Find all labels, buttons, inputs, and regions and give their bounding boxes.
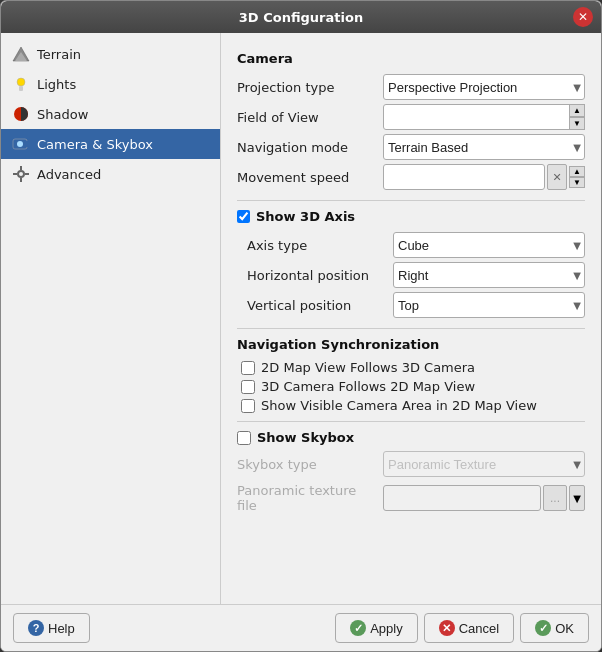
fov-spinner-btns: ▲ ▼ — [569, 104, 585, 130]
navigation-mode-select-wrap: Terrain Based Free Walk ▼ — [383, 134, 585, 160]
shadow-icon — [11, 104, 31, 124]
help-button[interactable]: ? Help — [13, 613, 90, 643]
panoramic-texture-control: ... ▼ — [383, 481, 585, 515]
apply-button[interactable]: ✓ Apply — [335, 613, 418, 643]
nav-sync-section: Navigation Synchronization 2D Map View F… — [237, 337, 585, 413]
skybox-type-control: Panoramic Texture ▼ — [383, 451, 585, 477]
nav-sync-option3-label: Show Visible Camera Area in 2D Map View — [261, 398, 537, 413]
nav-sync-option1-checkbox[interactable] — [241, 361, 255, 375]
fov-spinner-down[interactable]: ▼ — [569, 117, 585, 130]
axis-form-grid: Axis type Cube Arrows ▼ Horizontal posit… — [247, 232, 585, 318]
horizontal-position-select-wrap: Right Left ▼ — [393, 262, 585, 288]
footer-right: ✓ Apply ✕ Cancel ✓ OK — [335, 613, 589, 643]
vertical-position-control: Top Bottom ▼ — [393, 292, 585, 318]
camera-form: Projection type Perspective Projection O… — [237, 74, 585, 190]
field-of-view-label: Field of View — [237, 104, 377, 130]
sidebar-label-lights: Lights — [37, 77, 76, 92]
panoramic-texture-file-row: ... ▼ — [383, 485, 585, 511]
projection-type-control: Perspective Projection Orthographic Proj… — [383, 74, 585, 100]
panoramic-texture-browse[interactable]: ... — [543, 485, 567, 511]
divider-2 — [237, 328, 585, 329]
axis-type-select-wrap: Cube Arrows ▼ — [393, 232, 585, 258]
svg-rect-3 — [19, 86, 23, 91]
movement-speed-input[interactable]: 5.00 — [383, 164, 545, 190]
dialog-title: 3D Configuration — [239, 10, 363, 25]
footer: ? Help ✓ Apply ✕ Cancel ✓ OK — [1, 604, 601, 651]
skybox-type-select[interactable]: Panoramic Texture — [383, 451, 585, 477]
sidebar-label-camera-skybox: Camera & Skybox — [37, 137, 153, 152]
skybox-section: Show Skybox Skybox type Panoramic Textur… — [237, 430, 585, 515]
axis-type-select[interactable]: Cube Arrows — [393, 232, 585, 258]
horizontal-position-label: Horizontal position — [247, 262, 387, 288]
panoramic-texture-dropdown[interactable]: ▼ — [569, 485, 585, 511]
movement-speed-clear[interactable]: ✕ — [547, 164, 567, 190]
show-3d-axis-checkbox[interactable] — [237, 210, 250, 223]
camera-skybox-icon — [11, 134, 31, 154]
projection-type-select[interactable]: Perspective Projection Orthographic Proj… — [383, 74, 585, 100]
sidebar-item-shadow[interactable]: Shadow — [1, 99, 220, 129]
axis-type-control: Cube Arrows ▼ — [393, 232, 585, 258]
apply-label: Apply — [370, 621, 403, 636]
terrain-icon — [11, 44, 31, 64]
camera-section-title: Camera — [237, 51, 585, 66]
divider-1 — [237, 200, 585, 201]
fov-spinner-up[interactable]: ▲ — [569, 104, 585, 117]
advanced-icon — [11, 164, 31, 184]
show-3d-axis-row: Show 3D Axis — [237, 209, 585, 224]
sidebar-item-advanced[interactable]: Advanced — [1, 159, 220, 189]
projection-type-select-wrap: Perspective Projection Orthographic Proj… — [383, 74, 585, 100]
sidebar-item-camera-skybox[interactable]: Camera & Skybox — [1, 129, 220, 159]
close-button[interactable]: ✕ — [573, 7, 593, 27]
axis-type-label: Axis type — [247, 232, 387, 258]
nav-sync-option3-checkbox[interactable] — [241, 399, 255, 413]
dialog: 3D Configuration ✕ Terrain Lights — [0, 0, 602, 652]
content-area: Terrain Lights Shadow Camera & Skybox — [1, 33, 601, 604]
skybox-type-select-wrap: Panoramic Texture ▼ — [383, 451, 585, 477]
movement-spinner-btns: ▲ ▼ — [569, 166, 585, 188]
horizontal-position-control: Right Left ▼ — [393, 262, 585, 288]
svg-point-2 — [17, 78, 25, 86]
nav-sync-option1-row: 2D Map View Follows 3D Camera — [241, 360, 585, 375]
navigation-mode-select[interactable]: Terrain Based Free Walk — [383, 134, 585, 160]
field-of-view-spinner: 45° ▲ ▼ — [383, 104, 585, 130]
ok-label: OK — [555, 621, 574, 636]
sidebar-item-lights[interactable]: Lights — [1, 69, 220, 99]
svg-point-8 — [18, 171, 24, 177]
movement-spinner-down[interactable]: ▼ — [569, 177, 585, 188]
skybox-type-label: Skybox type — [237, 451, 377, 477]
ok-button[interactable]: ✓ OK — [520, 613, 589, 643]
help-icon: ? — [28, 620, 44, 636]
axis-form: Axis type Cube Arrows ▼ Horizontal posit… — [247, 232, 585, 318]
help-label: Help — [48, 621, 75, 636]
sidebar-item-terrain[interactable]: Terrain — [1, 39, 220, 69]
cancel-label: Cancel — [459, 621, 499, 636]
skybox-form: Skybox type Panoramic Texture ▼ Panorami… — [237, 451, 585, 515]
vertical-position-select-wrap: Top Bottom ▼ — [393, 292, 585, 318]
main-panel: Camera Projection type Perspective Proje… — [221, 33, 601, 604]
movement-speed-wrap: 5.00 ✕ ▲ ▼ — [383, 164, 585, 190]
apply-icon: ✓ — [350, 620, 366, 636]
panoramic-texture-label: Panoramic texture file — [237, 481, 377, 515]
svg-rect-7 — [25, 141, 29, 147]
projection-type-label: Projection type — [237, 74, 377, 100]
sidebar-label-advanced: Advanced — [37, 167, 101, 182]
nav-sync-checkboxes: 2D Map View Follows 3D Camera 3D Camera … — [241, 360, 585, 413]
divider-3 — [237, 421, 585, 422]
movement-spinner-up[interactable]: ▲ — [569, 166, 585, 177]
movement-speed-control: 5.00 ✕ ▲ ▼ — [383, 164, 585, 190]
cancel-button[interactable]: ✕ Cancel — [424, 613, 514, 643]
nav-sync-option2-row: 3D Camera Follows 2D Map View — [241, 379, 585, 394]
navigation-mode-control: Terrain Based Free Walk ▼ — [383, 134, 585, 160]
nav-sync-option3-row: Show Visible Camera Area in 2D Map View — [241, 398, 585, 413]
vertical-position-select[interactable]: Top Bottom — [393, 292, 585, 318]
svg-point-6 — [17, 141, 23, 147]
nav-sync-title: Navigation Synchronization — [237, 337, 585, 352]
nav-sync-option2-checkbox[interactable] — [241, 380, 255, 394]
field-of-view-input[interactable]: 45° — [383, 104, 585, 130]
ok-icon: ✓ — [535, 620, 551, 636]
show-skybox-checkbox[interactable] — [237, 431, 251, 445]
horizontal-position-select[interactable]: Right Left — [393, 262, 585, 288]
panoramic-texture-input[interactable] — [383, 485, 541, 511]
cancel-icon: ✕ — [439, 620, 455, 636]
sidebar-label-terrain: Terrain — [37, 47, 81, 62]
